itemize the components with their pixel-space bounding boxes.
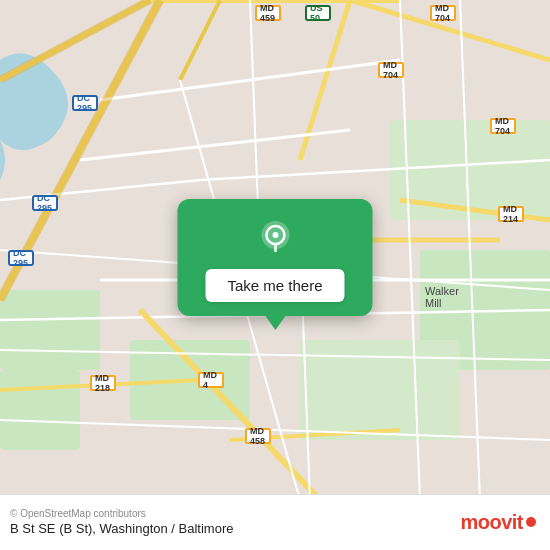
take-me-there-button[interactable]: Take me there: [205, 269, 344, 302]
popup-card: Take me there: [177, 199, 372, 330]
popup-pointer: [265, 316, 285, 330]
moovit-dot: [526, 517, 536, 527]
moovit-text: moovit: [460, 511, 523, 534]
map-container: US 50 MD 459 MD 704 MD 704 MD 704 DC 295…: [0, 0, 550, 550]
place-walker-mill: WalkerMill: [425, 285, 459, 309]
location-pin-icon: [254, 217, 296, 259]
street-label: B St SE (B St), Washington / Baltimore: [10, 521, 234, 537]
svg-rect-5: [0, 370, 80, 450]
svg-point-36: [272, 232, 278, 238]
attribution: © OpenStreetMap contributors: [10, 508, 234, 519]
bottom-left-info: © OpenStreetMap contributors B St SE (B …: [10, 508, 234, 537]
svg-rect-3: [390, 120, 550, 220]
svg-rect-1: [0, 290, 100, 370]
bottom-bar: © OpenStreetMap contributors B St SE (B …: [0, 494, 550, 550]
moovit-logo: moovit: [460, 511, 536, 534]
popup-box: Take me there: [177, 199, 372, 316]
